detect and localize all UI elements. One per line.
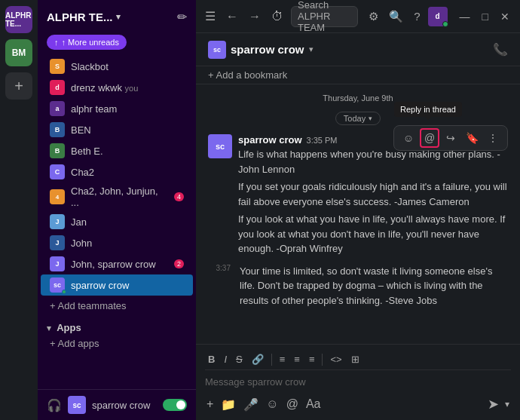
- slackbot-label: Slackbot: [71, 61, 109, 72]
- emoji-reaction-button[interactable]: ☺: [399, 128, 418, 148]
- bethe-label: Beth E.: [71, 146, 103, 157]
- mention-button[interactable]: @: [285, 396, 300, 412]
- help-icon[interactable]: ?: [411, 7, 423, 26]
- add-workspace-button[interactable]: +: [5, 72, 32, 100]
- more-unreads-button[interactable]: ↑ ↑ More unreads: [47, 35, 127, 50]
- strikethrough-button[interactable]: S: [233, 352, 246, 366]
- secondary-workspace-icon[interactable]: BM: [5, 39, 32, 66]
- john-label: John: [71, 238, 92, 249]
- audio-button[interactable]: 🎤: [242, 396, 260, 413]
- composer-input[interactable]: Message sparrow crow: [205, 373, 511, 391]
- search-icon[interactable]: 🔍: [386, 7, 406, 26]
- window-controls: — □ ✕: [455, 9, 514, 24]
- date-divider-today: Today ▾: [208, 112, 508, 125]
- reply-in-thread-tooltip: Reply in thread: [394, 102, 462, 117]
- attach-button[interactable]: +: [205, 396, 215, 412]
- forward-button[interactable]: →: [246, 7, 264, 26]
- emoji-button[interactable]: ☺: [265, 396, 280, 412]
- toolbar-divider-1: [271, 354, 272, 366]
- send-button[interactable]: ➤: [485, 394, 502, 414]
- msg1-author: sparrow crow: [238, 134, 302, 146]
- bookmark-message-button[interactable]: 🔖: [462, 128, 482, 148]
- send-options-button[interactable]: ▾: [503, 397, 511, 411]
- msg1-text-1: Life is what happens when you're busy ma…: [238, 147, 508, 176]
- sidebar-item-drenz[interactable]: d drenz wkwk you: [41, 77, 193, 98]
- bullet-list-button[interactable]: ≡: [291, 352, 303, 366]
- sidebar-item-ben[interactable]: B BEN: [41, 119, 193, 140]
- indent-button[interactable]: ≡: [306, 352, 318, 366]
- headphones-icon[interactable]: 🎧: [47, 398, 62, 412]
- workspace-icon[interactable]: ALPHR TE...: [5, 6, 32, 33]
- cha2group-label: Cha2, John, Junjun, ...: [71, 185, 168, 208]
- minimize-button[interactable]: —: [455, 9, 475, 24]
- status-toggle[interactable]: [163, 399, 187, 411]
- composer-bottom: + 📁 🎤 ☺ @ Aa ➤ ▾: [205, 394, 511, 414]
- message-block-1: sc sparrow crow 3:35 PM Life is what hap…: [208, 134, 508, 256]
- close-button[interactable]: ✕: [496, 9, 514, 24]
- cha2group-badge: 4: [174, 192, 184, 201]
- alphr-avatar: a: [50, 101, 65, 116]
- more-actions-button[interactable]: ⋮: [483, 128, 503, 148]
- sidebar-item-jan[interactable]: J Jan: [41, 211, 193, 232]
- add-teammates-button[interactable]: + Add teammates: [41, 297, 193, 314]
- composer-toolbar: B I S 🔗 ≡ ≡ ≡ <> ⊞: [205, 349, 511, 370]
- chat-channel-name: sparrow crow: [231, 43, 304, 56]
- bethe-avatar: B: [50, 143, 65, 158]
- formatting-button[interactable]: Aa: [304, 396, 323, 412]
- footer-name: sparrow crow: [92, 400, 150, 411]
- composer: B I S 🔗 ≡ ≡ ≡ <> ⊞ Message sparrow crow …: [196, 344, 520, 420]
- code-block-button[interactable]: ⊞: [348, 352, 362, 366]
- johnsparrow-avatar: J: [50, 256, 65, 271]
- johnsparrow-badge: 2: [174, 259, 184, 268]
- sidebar-item-alphr[interactable]: a alphr team: [41, 98, 193, 119]
- msg1-content: sparrow crow 3:35 PM Life is what happen…: [238, 134, 508, 256]
- search-bar[interactable]: Search ALPHR TEAM: [291, 6, 358, 27]
- chat-messages: Thursday, June 9th Today ▾ sc sparrow cr…: [196, 84, 520, 344]
- msg1-time: 3:35 PM: [307, 136, 338, 145]
- user-avatar[interactable]: d: [428, 7, 448, 26]
- apps-collapse-icon[interactable]: ▾: [47, 323, 51, 333]
- hamburger-icon[interactable]: ☰: [202, 6, 219, 26]
- message-block-2: 3:37 Your time is limited, so don't wast…: [208, 264, 508, 308]
- ben-avatar: B: [50, 122, 65, 137]
- ordered-list-button[interactable]: ≡: [277, 352, 289, 366]
- sidebar-item-sparrow[interactable]: sc sparrow crow: [41, 274, 193, 296]
- composer-placeholder: Message sparrow crow: [205, 376, 306, 388]
- workspace-name[interactable]: ALPHR TE... ▾: [47, 11, 121, 23]
- sidebar: ALPHR TE... ▾ ✏ ↑ ↑ More unreads S Slack…: [38, 0, 196, 420]
- msg1-text-3: If you look at what you have in life, yo…: [238, 212, 508, 256]
- history-button[interactable]: ⏱: [268, 7, 286, 26]
- forward-message-button[interactable]: ↪: [441, 128, 460, 148]
- composer-send: ➤ ▾: [485, 394, 511, 414]
- channel-chevron-icon[interactable]: ▾: [309, 44, 314, 54]
- cha2-label: Cha2: [71, 167, 94, 178]
- maximize-button[interactable]: □: [478, 9, 493, 24]
- reply-in-thread-button[interactable]: @: [420, 128, 439, 148]
- add-bookmark-button[interactable]: + Add a bookmark: [208, 69, 287, 81]
- drenz-label: drenz wkwk you: [71, 82, 138, 94]
- filter-icon[interactable]: ⚙: [366, 7, 381, 26]
- john-avatar: J: [50, 235, 65, 250]
- sidebar-item-bethe[interactable]: B Beth E.: [41, 140, 193, 161]
- link-button[interactable]: 🔗: [249, 352, 267, 366]
- sidebar-item-cha2[interactable]: C Cha2: [41, 161, 193, 182]
- chat-header: sc sparrow crow ▾ 📞: [196, 33, 520, 66]
- bold-button[interactable]: B: [205, 352, 218, 366]
- back-button[interactable]: ←: [223, 7, 241, 26]
- sidebar-item-johnsparrow[interactable]: J John, sparrow crow 2: [41, 253, 193, 274]
- call-icon[interactable]: 📞: [493, 42, 508, 57]
- sidebar-item-john[interactable]: J John: [41, 232, 193, 253]
- apps-section: ▾ Apps + Add apps: [38, 314, 196, 355]
- files-button[interactable]: 📁: [219, 396, 237, 413]
- sidebar-item-slackbot[interactable]: S Slackbot: [41, 56, 193, 77]
- compose-icon[interactable]: ✏: [177, 10, 187, 24]
- add-apps-button[interactable]: + Add apps: [41, 335, 193, 352]
- dm-section: S Slackbot d drenz wkwk you a alphr team…: [38, 54, 196, 297]
- italic-button[interactable]: I: [221, 352, 230, 366]
- sidebar-header: ALPHR TE... ▾ ✏: [38, 0, 196, 33]
- today-badge[interactable]: Today ▾: [335, 112, 381, 125]
- sidebar-item-cha2group[interactable]: 4 Cha2, John, Junjun, ... 4: [41, 182, 193, 211]
- msg1-text-2: If you set your goals ridiculously high …: [238, 179, 508, 209]
- code-button[interactable]: <>: [327, 352, 344, 366]
- slackbot-avatar: S: [50, 59, 65, 74]
